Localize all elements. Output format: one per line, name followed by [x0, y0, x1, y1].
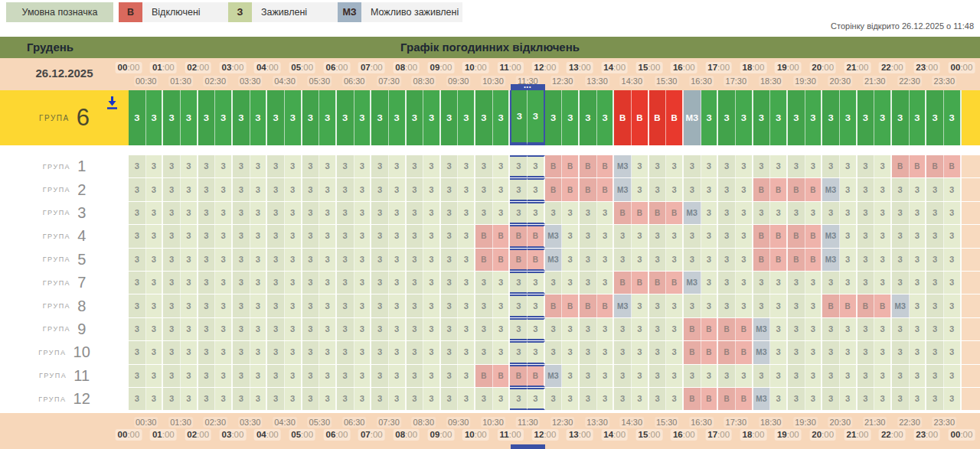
slot-cell: З — [910, 249, 927, 271]
slot-cell: В — [545, 155, 563, 177]
slot-cell: З — [493, 202, 511, 224]
slot-cell: З — [892, 225, 910, 247]
slot-cell: З — [562, 272, 580, 294]
slot-cell: З — [319, 155, 337, 177]
slot-cell: В — [580, 178, 597, 200]
slot-cell: З — [580, 225, 597, 247]
slot-cell: МЗ — [545, 225, 563, 247]
slot-cell: З — [510, 90, 528, 145]
slot-cell: З — [215, 225, 233, 247]
slot-cell: З — [874, 388, 892, 410]
slot-cell: З — [250, 388, 268, 410]
hour-label: 02:00 — [185, 429, 211, 441]
half-hour-label: 08:30 — [412, 76, 436, 86]
slot-cell: З — [926, 341, 944, 363]
slot-cell: МЗ — [753, 341, 771, 363]
slot-cell: З — [874, 341, 892, 363]
slot-cell: З — [181, 294, 198, 317]
slot-cell: З — [441, 341, 459, 363]
slot-cell: В — [736, 318, 753, 340]
slot-cell: З — [510, 202, 528, 224]
slot-cell: З — [822, 90, 840, 145]
slot-cell: З — [510, 272, 528, 294]
slot-cell: З — [181, 202, 198, 224]
slot-cell: З — [701, 178, 719, 200]
group-row-10: ГРУПА10ЗЗЗЗЗЗЗЗЗЗЗЗЗЗЗЗЗЗЗЗЗЗЗЗЗЗЗЗЗЗЗЗВ… — [0, 341, 980, 363]
slot-cell: З — [580, 90, 597, 145]
legend-code-on: З — [228, 2, 252, 22]
slot-cell: З — [666, 294, 684, 317]
slot-cell: З — [684, 178, 701, 200]
page-title: Графік погодинних відключень — [0, 37, 980, 58]
slot-cell: В — [493, 249, 511, 271]
slot-cell: З — [233, 155, 250, 177]
slot-cell: З — [632, 318, 649, 340]
slot-cell: З — [267, 318, 285, 340]
slot-cell: З — [215, 341, 233, 363]
slot-cell: З — [701, 294, 719, 317]
slot-cell: З — [926, 90, 944, 145]
slot-cell: З — [250, 341, 268, 363]
slot-cell: З — [926, 294, 944, 317]
half-hour-label: 06:30 — [342, 417, 367, 428]
slot-cell: З — [684, 155, 701, 177]
slot-cell: В — [684, 318, 701, 340]
slot-cell: З — [354, 341, 372, 363]
featured-group-label: ГРУПА 6 — [0, 90, 129, 145]
slot-cell: З — [129, 225, 146, 247]
slot-cell: В — [736, 341, 753, 363]
slot-cell: З — [528, 388, 545, 410]
slot-cell: З — [441, 318, 459, 340]
slot-cell: З — [545, 90, 563, 145]
slot-cell: З — [302, 178, 320, 200]
download-icon[interactable] — [106, 96, 119, 113]
slot-cell: З — [233, 341, 250, 363]
slot-cell: В — [632, 202, 649, 224]
slot-cell: З — [337, 225, 354, 247]
slot-cell: З — [215, 90, 233, 145]
slot-cell: З — [407, 178, 424, 200]
slot-cell: З — [944, 225, 962, 247]
slot-cell: З — [753, 155, 771, 177]
date-label: 26.12.2025 — [0, 67, 129, 80]
group-label-5: ГРУПА5 — [0, 249, 129, 271]
hour-label: 07:00 — [358, 62, 385, 73]
slot-cell: З — [181, 249, 198, 271]
slot-cell: З — [944, 318, 962, 340]
slot-cell: З — [840, 178, 858, 200]
slot-cell: З — [285, 90, 302, 145]
slot-cell: З — [840, 155, 858, 177]
hour-label: 17:00 — [705, 62, 732, 73]
slot-cell: З — [926, 202, 944, 224]
slot-cell: З — [215, 155, 233, 177]
slot-cell: З — [181, 272, 198, 294]
row-cap — [962, 365, 980, 387]
group-number: 7 — [77, 274, 86, 291]
half-hour-label: 17:30 — [724, 417, 749, 428]
slot-cell: З — [371, 225, 389, 247]
legend: Умовна позначка В Відключені З Заживлені… — [6, 2, 462, 22]
slot-cell: В — [597, 294, 615, 317]
half-hour-label: 11:30 — [516, 417, 540, 428]
slot-cell: З — [874, 202, 892, 224]
slot-cell: З — [944, 341, 962, 363]
slot-cell: З — [701, 272, 719, 294]
slot-cell: З — [163, 178, 181, 200]
slot-cell: З — [233, 249, 250, 271]
group-cells: ЗЗЗЗЗЗЗЗЗЗЗЗЗЗЗЗЗЗЗЗВВВВМЗЗЗЗЗЗЗЗЗЗЗЗЗЗЗ… — [129, 365, 962, 387]
slot-cell: З — [215, 272, 233, 294]
slot-cell: З — [788, 294, 805, 317]
slot-cell: З — [475, 178, 493, 200]
slot-cell: З — [389, 90, 407, 145]
hour-label: 22:00 — [879, 429, 906, 441]
hour-label: 23:00 — [913, 429, 940, 441]
slot-cell: З — [736, 155, 753, 177]
slot-cell: З — [770, 294, 788, 317]
group-number: 3 — [77, 204, 86, 222]
slot-cell: З — [371, 388, 389, 410]
half-hour-label: 19:30 — [793, 417, 818, 428]
hour-label: 21:00 — [844, 62, 871, 73]
slot-cell: З — [892, 272, 910, 294]
half-hour-label: 16:30 — [689, 417, 714, 428]
slot-cell: З — [840, 365, 858, 387]
